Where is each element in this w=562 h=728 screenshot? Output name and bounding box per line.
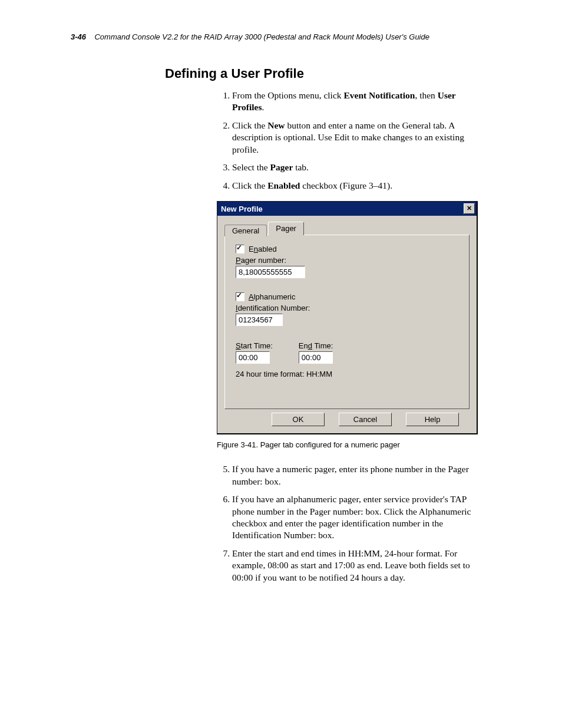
new-profile-dialog: New Profile ✕ General Pager Enabled: [217, 201, 478, 434]
step-2: Click the New button and enter a name on…: [232, 120, 481, 156]
pager-tab-panel: Enabled Pager number: 8,18005555555 Al: [224, 235, 470, 409]
tab-pager[interactable]: Pager: [268, 222, 304, 235]
cancel-button[interactable]: Cancel: [339, 413, 392, 426]
tab-strip: General Pager: [224, 222, 470, 235]
running-header: 3-46 Command Console V2.2 for the RAID A…: [71, 32, 497, 41]
step-3: Select the Pager tab.: [232, 162, 481, 173]
identification-number-label: Identification Number:: [236, 304, 458, 312]
help-button[interactable]: Help: [406, 413, 459, 426]
step-4: Click the Enabled checkbox (Figure 3–41)…: [232, 180, 481, 192]
time-format-hint: 24 hour time format: HH:MM: [236, 370, 458, 378]
tab-general[interactable]: General: [224, 225, 267, 236]
start-time-input[interactable]: 00:00: [236, 351, 270, 364]
ok-button[interactable]: OK: [272, 413, 325, 426]
end-time-label: End Time:: [299, 341, 333, 350]
section-heading: Defining a User Profile: [165, 66, 497, 81]
header-title: Command Console V2.2 for the RAID Array …: [94, 32, 429, 41]
step-5: If you have a numeric pager, enter its p…: [232, 463, 481, 487]
end-time-input[interactable]: 00:00: [299, 351, 333, 364]
identification-number-input[interactable]: 01234567: [236, 314, 283, 326]
alphanumeric-checkbox[interactable]: [236, 292, 244, 301]
dialog-titlebar: New Profile ✕: [217, 202, 477, 216]
enabled-checkbox[interactable]: [236, 245, 244, 253]
alphanumeric-label: Alphanumeric: [249, 292, 296, 301]
pager-number-label: Pager number:: [236, 256, 458, 265]
step-1: From the Options menu, click Event Notif…: [232, 90, 481, 114]
steps-top: From the Options menu, click Event Notif…: [217, 90, 481, 192]
dialog-title: New Profile: [221, 205, 263, 213]
close-icon[interactable]: ✕: [464, 203, 475, 214]
page-number: 3-46: [71, 32, 86, 41]
step-7: Enter the start and end times in HH:MM, …: [232, 548, 481, 584]
step-6: If you have an alphanumeric pager, enter…: [232, 493, 481, 542]
enabled-label: Enabled: [249, 245, 277, 253]
start-time-label: Start Time:: [236, 341, 273, 350]
figure-caption: Figure 3-41. Pager tab configured for a …: [217, 440, 497, 449]
pager-number-input[interactable]: 8,18005555555: [236, 266, 305, 278]
steps-bottom: If you have a numeric pager, enter its p…: [217, 463, 481, 584]
